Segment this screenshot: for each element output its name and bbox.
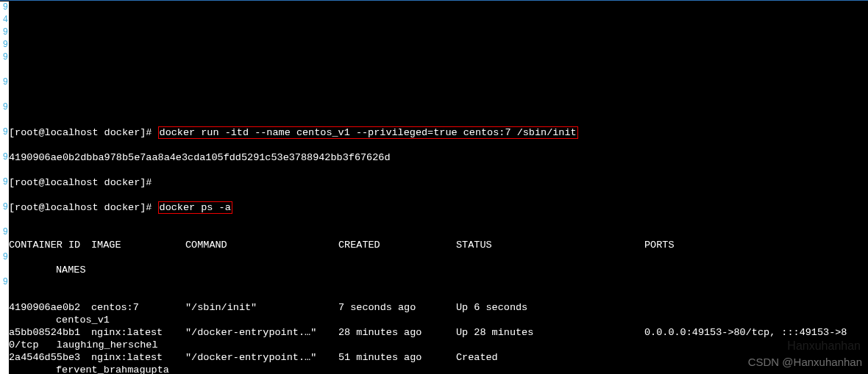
cell-status: Up 28 minutes	[456, 326, 644, 339]
table-row-name: centos_v1	[9, 314, 868, 326]
cell-id: 2a4546d55be3	[9, 351, 91, 364]
prompt-line-empty: [root@localhost docker]#	[9, 176, 868, 189]
cell-created: 51 minutes ago	[338, 351, 456, 364]
cell-command: "/docker-entrypoint.…"	[185, 326, 338, 339]
output-container-id: 4190906ae0b2dbba978b5e7aa8a4e3cda105fdd5…	[9, 151, 868, 164]
line-number	[0, 364, 8, 374]
cell-ports	[644, 351, 868, 364]
header-container-id: CONTAINER ID	[9, 239, 91, 251]
line-number: 9	[0, 126, 8, 139]
cell-id: 4190906ae0b2	[9, 301, 91, 314]
cell-created: 28 minutes ago	[338, 326, 456, 339]
header-names: NAMES	[9, 264, 868, 276]
line-number: 9	[0, 276, 8, 289]
line-number	[0, 326, 8, 339]
cell-id: a5bb08524bb1	[9, 326, 91, 339]
cell-ports: 0.0.0.0:49153->80/tcp, :::49153->8	[644, 326, 868, 339]
header-ports: PORTS	[644, 239, 868, 251]
line-number: 9	[0, 176, 8, 189]
line-number: 9	[0, 201, 8, 214]
line-number: 4	[0, 14, 8, 26]
header-status: STATUS	[456, 239, 644, 251]
cell-created: 7 seconds ago	[338, 301, 456, 314]
cell-command: "/sbin/init"	[185, 301, 338, 314]
table-row-name: fervent_brahmagupta	[9, 364, 868, 374]
line-number: 9	[0, 226, 8, 239]
line-number	[0, 339, 8, 351]
table-header-row: CONTAINER IDIMAGECOMMANDCREATEDSTATUSPOR…	[9, 239, 868, 251]
cell-ports	[644, 301, 868, 314]
header-command: COMMAND	[185, 239, 338, 251]
header-image: IMAGE	[91, 239, 185, 251]
line-number	[0, 64, 8, 76]
shell-prompt: [root@localhost docker]#	[9, 127, 152, 138]
cell-command: "/docker-entrypoint.…"	[185, 351, 338, 364]
line-number	[0, 139, 8, 151]
command-docker-ps: docker ps -a	[158, 201, 232, 214]
table-row: a5bb08524bb1nginx:latest"/docker-entrypo…	[9, 326, 868, 339]
cell-status: Created	[456, 351, 644, 364]
prompt-line-1: [root@localhost docker]# docker run -itd…	[9, 126, 868, 139]
line-number	[0, 164, 8, 176]
line-number	[0, 264, 8, 276]
line-number	[0, 351, 8, 364]
line-number: 9	[0, 151, 8, 164]
terminal-output[interactable]: [root@localhost docker]# docker run -itd…	[9, 101, 868, 374]
line-number: 9	[0, 1, 8, 14]
line-number	[0, 301, 8, 314]
line-number: 9	[0, 51, 8, 64]
shell-prompt: [root@localhost docker]#	[9, 177, 152, 188]
cell-name: fervent_brahmagupta	[9, 364, 169, 374]
window-top-border	[0, 0, 868, 1]
line-number-gutter: 94999999999999	[0, 1, 9, 374]
line-number	[0, 114, 8, 126]
prompt-line-2: [root@localhost docker]# docker ps -a	[9, 201, 868, 214]
cell-image: nginx:latest	[91, 326, 185, 339]
line-number	[0, 239, 8, 251]
header-created: CREATED	[338, 239, 456, 251]
cell-image: centos:7	[91, 301, 185, 314]
cell-status: Up 6 seconds	[456, 301, 644, 314]
line-number: 9	[0, 101, 8, 114]
line-number	[0, 189, 8, 201]
line-number	[0, 289, 8, 301]
cell-image: nginx:latest	[91, 351, 185, 364]
line-number	[0, 89, 8, 101]
line-number: 9	[0, 251, 8, 264]
table-row: 4190906ae0b2centos:7"/sbin/init"7 second…	[9, 301, 868, 314]
table-row-name: 0/tcp laughing_herschel	[9, 339, 868, 351]
line-number	[0, 314, 8, 326]
command-docker-run: docker run -itd --name centos_v1 --privi…	[158, 126, 578, 139]
line-number: 9	[0, 39, 8, 51]
shell-prompt: [root@localhost docker]#	[9, 202, 152, 213]
cell-name: centos_v1	[9, 314, 110, 326]
line-number: 9	[0, 26, 8, 39]
line-number	[0, 214, 8, 226]
table-row: 2a4546d55be3nginx:latest"/docker-entrypo…	[9, 351, 868, 364]
line-number: 9	[0, 76, 8, 89]
